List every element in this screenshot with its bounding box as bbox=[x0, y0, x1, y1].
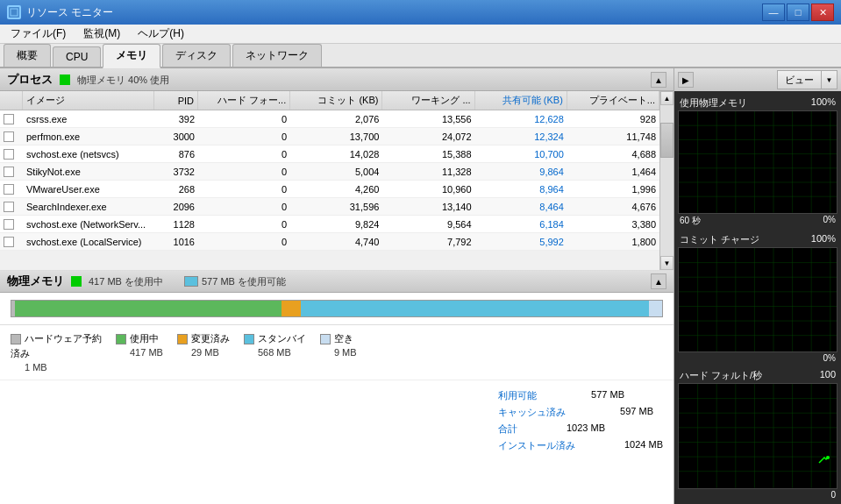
process-collapse-btn[interactable]: ▲ bbox=[651, 72, 666, 88]
checkbox[interactable] bbox=[4, 184, 14, 195]
row-check[interactable] bbox=[0, 216, 23, 232]
checkbox[interactable] bbox=[4, 114, 14, 124]
stats-row: 利用可能 577 MB bbox=[498, 387, 663, 404]
checkbox[interactable] bbox=[4, 131, 14, 142]
table-row[interactable]: StikyNot.exe 3732 0 5,004 11,328 9,864 1… bbox=[0, 163, 659, 181]
table-row[interactable]: svchost.exe (NetworkServ... 1128 0 9,824… bbox=[0, 216, 659, 233]
bar-segment bbox=[649, 301, 662, 316]
col-shared[interactable]: 共有可能 (KB) bbox=[475, 91, 567, 110]
row-check[interactable] bbox=[0, 181, 23, 197]
col-pid[interactable]: PID bbox=[154, 91, 198, 110]
menu-monitor[interactable]: 監視(M) bbox=[76, 25, 127, 43]
legend-label2: 済み bbox=[11, 347, 30, 360]
row-pid: 2096 bbox=[154, 198, 198, 215]
memory-collapse-btn[interactable]: ▲ bbox=[651, 273, 666, 289]
row-check[interactable] bbox=[0, 233, 23, 250]
row-check[interactable] bbox=[0, 128, 23, 145]
process-table-body: csrss.exe 392 0 2,076 13,556 12,628 928 … bbox=[0, 110, 659, 270]
col-image[interactable]: イメージ bbox=[23, 91, 154, 110]
row-private: 1,464 bbox=[567, 163, 659, 180]
graph-top-pct: 100 bbox=[820, 369, 836, 382]
graph-section: 使用物理メモリ 100% 60 秒 0% コミット チャージ 100% bbox=[674, 91, 841, 504]
row-image: svchost.exe (NetworkServ... bbox=[23, 216, 154, 232]
checkbox[interactable] bbox=[4, 237, 14, 247]
graph-right-label: 0% bbox=[823, 353, 836, 363]
checkbox[interactable] bbox=[4, 219, 14, 230]
graph-bottom-row: 0% bbox=[678, 352, 837, 364]
legend-color bbox=[116, 334, 126, 344]
graph-canvas bbox=[678, 110, 837, 214]
memory-badge-in-use bbox=[71, 276, 82, 287]
row-pid: 3732 bbox=[154, 163, 198, 180]
row-hardfault: 0 bbox=[198, 216, 290, 232]
menu-file[interactable]: ファイル(F) bbox=[4, 25, 73, 43]
checkbox[interactable] bbox=[4, 167, 14, 177]
col-working[interactable]: ワーキング ... bbox=[382, 91, 474, 110]
graph-title: ハード フォルト/秒 bbox=[680, 369, 762, 382]
menu-help[interactable]: ヘルプ(H) bbox=[131, 25, 191, 43]
stats-row: 合計 1023 MB bbox=[498, 421, 663, 437]
graph-title: コミット チャージ bbox=[680, 233, 759, 246]
maximize-button[interactable]: □ bbox=[787, 4, 809, 21]
row-check[interactable] bbox=[0, 146, 23, 162]
legend-header: 変更済み bbox=[177, 332, 230, 345]
right-panel-expand-btn[interactable]: ▶ bbox=[678, 72, 694, 88]
stat-value: 597 MB bbox=[583, 406, 653, 419]
scroll-down-btn[interactable]: ▼ bbox=[660, 256, 674, 270]
col-hardfault[interactable]: ハード フォー... bbox=[198, 91, 290, 110]
col-commit[interactable]: コミット (KB) bbox=[290, 91, 382, 110]
table-row[interactable]: csrss.exe 392 0 2,076 13,556 12,628 928 bbox=[0, 110, 659, 128]
table-row[interactable]: svchost.exe (netsvcs) 876 0 14,028 15,38… bbox=[0, 146, 659, 163]
memory-title: 物理メモリ bbox=[7, 273, 64, 289]
graph-top-pct: 100% bbox=[811, 233, 836, 246]
row-working: 24,072 bbox=[382, 128, 474, 145]
svg-rect-2 bbox=[679, 111, 837, 213]
scroll-up-btn[interactable]: ▲ bbox=[660, 91, 674, 105]
checkbox[interactable] bbox=[4, 202, 14, 212]
legend-label: 使用中 bbox=[130, 332, 159, 345]
legend-color bbox=[320, 334, 331, 344]
table-row[interactable]: perfmon.exe 3000 0 13,700 24,072 12,324 … bbox=[0, 128, 659, 146]
row-shared: 12,324 bbox=[475, 128, 567, 145]
graph-canvas bbox=[678, 383, 837, 489]
process-mem-usage: 物理メモリ 40% 使用 bbox=[77, 74, 169, 87]
graph-right-label: 0 bbox=[830, 490, 836, 500]
checkbox[interactable] bbox=[4, 149, 14, 160]
tab-overview[interactable]: 概要 bbox=[4, 44, 51, 67]
table-row[interactable]: SearchIndexer.exe 2096 0 31,596 13,140 8… bbox=[0, 198, 659, 216]
row-working: 13,140 bbox=[382, 198, 474, 215]
tab-disk[interactable]: ディスク bbox=[162, 44, 231, 67]
view-button[interactable]: ビュー bbox=[777, 70, 822, 89]
view-dropdown-btn[interactable]: ▼ bbox=[822, 70, 837, 89]
row-shared: 8,964 bbox=[475, 181, 567, 197]
right-panel-header: ▶ ビュー ▼ bbox=[674, 68, 841, 91]
title-bar: リソース モニター ― □ ✕ bbox=[0, 0, 841, 25]
graph-bottom-row: 0 bbox=[678, 489, 837, 500]
row-image: VMwareUser.exe bbox=[23, 181, 154, 197]
row-check[interactable] bbox=[0, 198, 23, 215]
tab-memory[interactable]: メモリ bbox=[103, 44, 160, 68]
close-button[interactable]: ✕ bbox=[811, 4, 834, 21]
process-scrollbar[interactable]: ▲ ▼ bbox=[659, 91, 674, 270]
row-shared: 10,700 bbox=[475, 146, 567, 162]
col-private[interactable]: プライベート... bbox=[567, 91, 659, 110]
row-check[interactable] bbox=[0, 110, 23, 127]
row-check[interactable] bbox=[0, 163, 23, 180]
menu-bar: ファイル(F) 監視(M) ヘルプ(H) bbox=[0, 25, 841, 44]
main-layout: プロセス 物理メモリ 40% 使用 ▲ イメージ PID ハード フォー... … bbox=[0, 68, 841, 504]
row-commit: 31,596 bbox=[290, 198, 382, 215]
minimize-button[interactable]: ― bbox=[762, 4, 785, 21]
tab-cpu[interactable]: CPU bbox=[53, 46, 101, 67]
process-badge bbox=[60, 75, 70, 85]
scroll-thumb[interactable] bbox=[660, 123, 674, 158]
tab-network[interactable]: ネットワーク bbox=[232, 44, 322, 67]
table-row[interactable]: svchost.exe (LocalService) 1016 0 4,740 … bbox=[0, 233, 659, 251]
row-working: 7,792 bbox=[382, 233, 474, 250]
row-image: svchost.exe (LocalService) bbox=[23, 233, 154, 250]
stat-value: 577 MB bbox=[554, 389, 624, 402]
row-commit: 9,824 bbox=[290, 216, 382, 232]
stat-label: インストール済み bbox=[498, 439, 575, 452]
table-row[interactable]: VMwareUser.exe 268 0 4,260 10,960 8,964 … bbox=[0, 181, 659, 198]
scroll-track[interactable] bbox=[660, 105, 674, 256]
stats-row: インストール済み 1024 MB bbox=[498, 437, 663, 454]
